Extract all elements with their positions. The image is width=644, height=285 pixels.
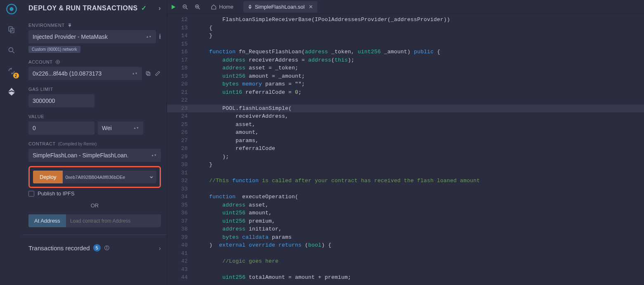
info-icon[interactable]: i <box>159 33 161 40</box>
deploy-expand-button[interactable] <box>146 171 156 183</box>
updown-icon: ▲▼ <box>151 154 157 157</box>
svg-marker-16 <box>172 5 175 9</box>
svg-line-18 <box>186 8 187 9</box>
deploy-run-icon[interactable] <box>6 86 17 97</box>
svg-line-5 <box>12 52 14 53</box>
edit-icon[interactable] <box>155 70 161 77</box>
check-icon: ✓ <box>141 4 147 12</box>
compiler-badge: 2 <box>13 73 19 78</box>
tx-recorded-label: Transactions recorded <box>28 245 90 252</box>
tab-home-label: Home <box>219 4 234 10</box>
svg-point-1 <box>9 7 13 11</box>
line-gutter: 1213141516171819202122232425262728293031… <box>167 14 196 285</box>
publish-ipfs-checkbox[interactable] <box>28 191 34 197</box>
chevron-right-icon[interactable]: › <box>158 5 161 12</box>
contract-label: CONTRACT (Compiled by Remix) <box>28 141 161 146</box>
zoom-out-icon[interactable] <box>182 4 189 10</box>
at-address-button[interactable]: At Address <box>28 214 66 227</box>
top-toolbar: Home SimpleFlashLoan.sol ✕ <box>167 0 644 14</box>
svg-rect-12 <box>146 71 149 74</box>
updown-icon: ▲▼ <box>146 36 152 38</box>
plug-icon <box>67 23 72 28</box>
file-explorer-icon[interactable] <box>6 24 17 36</box>
svg-marker-25 <box>248 7 252 9</box>
copy-icon[interactable] <box>145 70 151 77</box>
updown-icon: ▲▼ <box>133 127 139 129</box>
account-label: ACCOUNT <box>28 59 161 64</box>
svg-marker-6 <box>8 88 15 92</box>
icon-rail: 2 <box>0 0 23 285</box>
main-area: Home SimpleFlashLoan.sol ✕ 1213141516171… <box>167 0 644 285</box>
publish-ipfs-label: Publish to IPFS <box>38 190 75 197</box>
deploy-highlight: Deploy <box>28 166 161 188</box>
updown-icon: ▲▼ <box>132 72 138 75</box>
or-divider: OR <box>28 202 161 209</box>
zoom-in-icon[interactable] <box>194 4 201 10</box>
svg-rect-11 <box>147 73 150 76</box>
contract-select[interactable]: SimpleFlashLoan - SimpleFlashLoan. ▲▼ <box>28 149 161 162</box>
network-chip: Custom (80001) network <box>28 46 80 53</box>
code-editor[interactable]: 1213141516171819202122232425262728293031… <box>167 14 644 285</box>
chevron-right-icon[interactable]: › <box>159 245 161 252</box>
svg-marker-24 <box>248 5 252 7</box>
svg-point-15 <box>106 247 107 247</box>
tab-file-active[interactable]: SimpleFlashLoan.sol ✕ <box>243 1 318 12</box>
panel-title: DEPLOY & RUN TRANSACTIONS <box>28 5 138 12</box>
svg-line-21 <box>198 8 200 9</box>
value-label: VALUE <box>28 114 161 119</box>
info-icon[interactable] <box>104 245 110 251</box>
gas-limit-input[interactable] <box>28 94 94 107</box>
code-content[interactable]: FlashLoanSimpleReceiverBase(IPoolAddress… <box>196 14 644 285</box>
value-unit-select[interactable]: Wei ▲▼ <box>98 121 143 135</box>
close-icon[interactable]: ✕ <box>309 4 313 10</box>
search-icon[interactable] <box>6 45 17 56</box>
gas-label: GAS LIMIT <box>28 87 161 92</box>
svg-marker-7 <box>8 91 15 95</box>
environment-label: ENVIRONMENT <box>28 23 161 28</box>
deploy-address-input[interactable] <box>63 171 146 183</box>
account-select[interactable]: 0x226...8f44b (10.0873173 ▲▼ <box>28 67 142 80</box>
tab-file-label: SimpleFlashLoan.sol <box>255 4 305 10</box>
value-amount-input[interactable] <box>28 121 94 135</box>
tx-count-badge: 5 <box>93 244 101 252</box>
play-icon[interactable] <box>170 4 176 10</box>
solidity-compiler-icon[interactable]: 2 <box>6 65 17 77</box>
svg-point-4 <box>9 48 13 52</box>
divider <box>23 235 167 235</box>
environment-select[interactable]: Injected Provider - MetaMask ▲▼ <box>28 30 156 43</box>
transactions-recorded-row[interactable]: Transactions recorded 5 › <box>28 242 161 255</box>
publish-ipfs-row[interactable]: Publish to IPFS <box>28 190 161 197</box>
tab-home[interactable]: Home <box>207 1 238 12</box>
deploy-panel: DEPLOY & RUN TRANSACTIONS ✓ › ENVIRONMEN… <box>23 0 167 285</box>
deploy-button[interactable]: Deploy <box>33 171 63 183</box>
panel-title-row: DEPLOY & RUN TRANSACTIONS ✓ › <box>23 0 167 16</box>
remix-logo-icon[interactable] <box>6 3 17 15</box>
at-address-input[interactable] <box>66 214 161 227</box>
plus-icon[interactable] <box>55 59 60 64</box>
